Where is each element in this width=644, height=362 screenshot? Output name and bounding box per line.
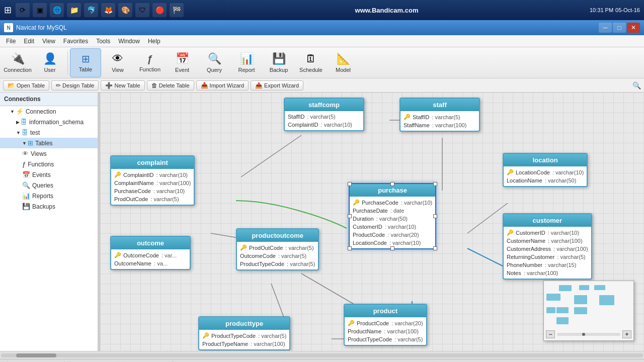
taskbar-icon-shield[interactable]: 🛡 (135, 3, 149, 17)
tool-function[interactable]: ƒ Function (134, 48, 166, 77)
actionbar: 📂 Open Table ✏ Design Table ➕ New Table … (0, 78, 644, 93)
er-table-producttype[interactable]: producttype 🔑ProductTypeCode : varchar(5… (198, 316, 290, 350)
backup-label: Backup (270, 67, 288, 73)
sidebar-item-connection[interactable]: ▼ ⚡ Connection (0, 106, 98, 117)
sidebar-item-views[interactable]: 👁 Views (0, 148, 98, 159)
search-icon[interactable]: 🔍 (632, 81, 641, 89)
resize-handle-bl[interactable] (348, 246, 352, 250)
er-table-complaint[interactable]: complaint 🔑ComplaintID : varchar(10) Com… (110, 155, 195, 206)
er-table-staffcomp[interactable]: staffcomp StaffID : varchar(5) Complaint… (284, 98, 364, 131)
sidebar-item-information-schema[interactable]: ▶ 🗄 information_schema (0, 117, 98, 127)
resize-handle-mr[interactable] (433, 214, 437, 218)
sidebar-item-reports[interactable]: 📊 Reports (0, 191, 98, 201)
er-table-product[interactable]: product 🔑ProductCode : varchar(20) Produ… (344, 304, 427, 346)
tool-backup[interactable]: 💾 Backup (263, 48, 294, 77)
taskbar-icon-folder[interactable]: 📁 (67, 3, 81, 17)
taskbar-icon-ie[interactable]: 🌐 (50, 3, 64, 17)
diagram-canvas[interactable]: staffcomp StaffID : varchar(5) Complaint… (100, 93, 644, 351)
menu-window[interactable]: Window (114, 37, 144, 46)
resize-handle-ml[interactable] (348, 214, 352, 218)
import-wizard-button[interactable]: 📥 Import Wizard (196, 80, 249, 90)
er-table-productoutcome[interactable]: productoutcome 🔑ProdOutCode : varchar(5)… (236, 228, 319, 270)
sidebar-item-events[interactable]: 📅 Events (0, 169, 98, 180)
open-table-button[interactable]: 📂 Open Table (3, 80, 49, 90)
table-row: ProductTypeCode : varchar(5) (237, 260, 318, 268)
maximize-button[interactable]: □ (613, 23, 626, 33)
queries-icon: 🔍 (22, 182, 30, 189)
taskbar-icon-flag[interactable]: 🏁 (170, 3, 184, 17)
table-row: ProductName : varchar(100) (345, 327, 426, 335)
zoom-slider-thumb[interactable] (582, 333, 585, 336)
design-table-button[interactable]: ✏ Design Table (51, 80, 99, 90)
tool-model[interactable]: 📐 Model (328, 48, 359, 77)
windows-start-icon[interactable]: ⊞ (4, 5, 12, 16)
tool-connection[interactable]: 🔌 Connection (2, 48, 33, 77)
connection-icon: 🔌 (11, 52, 25, 65)
export-wizard-button[interactable]: 📤 Export Wizard (251, 80, 303, 90)
er-table-location[interactable]: location 🔑LocationCode : varchar(10) Loc… (503, 153, 588, 187)
horizontal-scrollbar[interactable] (0, 351, 644, 359)
tool-user[interactable]: 👤 User (34, 48, 65, 77)
taskbar-icon-1[interactable]: ⟳ (16, 3, 30, 17)
functions-label: Functions (28, 161, 54, 168)
sidebar: Connections ▼ ⚡ Connection ▶ 🗄 informati… (0, 93, 98, 351)
sidebar-item-tables[interactable]: ▼ ⊞ Tables (0, 138, 98, 148)
tool-event[interactable]: 📅 Event (167, 48, 198, 77)
sidebar-item-backups[interactable]: 💾 Backups (0, 201, 98, 212)
taskbar-icon-red[interactable]: 🔴 (152, 3, 167, 17)
taskbar-icon-firefox[interactable]: 🦊 (101, 3, 115, 17)
tool-report[interactable]: 📊 Report (231, 48, 262, 77)
menu-edit[interactable]: Edit (20, 37, 38, 46)
resize-handle-tl[interactable] (348, 182, 352, 186)
customer-fields: 🔑CustomerID : varchar(10) CustomerName :… (504, 227, 591, 279)
menu-file[interactable]: File (2, 37, 20, 46)
taskbar-icon-dolphin[interactable]: 🐬 (84, 3, 98, 17)
menu-tools[interactable]: Tools (92, 37, 114, 46)
watermark-text: www.Bandicam.com (188, 7, 586, 14)
resize-handle-br[interactable] (433, 246, 437, 250)
database-icon-1: 🗄 (21, 118, 27, 126)
svg-line-2 (467, 203, 508, 233)
table-row: LocationCode : varchar(10) (350, 239, 435, 247)
table-row: OutcomeName : va... (111, 259, 190, 267)
mini-table-4 (546, 294, 560, 301)
menu-view[interactable]: View (38, 37, 59, 46)
taskbar-icon-paint[interactable]: 🎨 (118, 3, 132, 17)
main-layout: Connections ▼ ⚡ Connection ▶ 🗄 informati… (0, 93, 644, 351)
er-table-staff[interactable]: staff 🔑StaffID : varchar(5) StaffName : … (399, 98, 480, 132)
staff-fields: 🔑StaffID : varchar(5) StaffName : varcha… (400, 111, 479, 131)
outcome-header: outcome (111, 237, 190, 249)
sidebar-item-queries[interactable]: 🔍 Queries (0, 180, 98, 191)
design-table-icon: ✏ (56, 82, 61, 89)
table-row: ProductTypeName : varchar(100) (199, 340, 289, 348)
scroll-thumb[interactable] (16, 353, 56, 357)
resize-handle-bm[interactable] (390, 246, 394, 250)
new-table-icon: ➕ (105, 82, 113, 89)
menu-help[interactable]: Help (144, 37, 165, 46)
er-table-purchase[interactable]: purchase 🔑PurchaseCode : varchar(10) Pur… (349, 183, 436, 249)
close-button[interactable]: ✕ (627, 23, 640, 33)
table-row: ProductTypeCode : varchar(5) (345, 335, 426, 343)
resize-handle-tm[interactable] (390, 182, 394, 186)
resize-handle-tr[interactable] (433, 182, 437, 186)
taskbar-icon-2[interactable]: ▣ (33, 3, 47, 17)
app-icon: N (4, 23, 13, 32)
sidebar-item-functions[interactable]: ƒ Functions (0, 159, 98, 169)
tool-query[interactable]: 🔍 Query (199, 48, 230, 77)
tool-schedule[interactable]: 🗓 Schedule (295, 48, 327, 77)
tool-table[interactable]: ⊞ Table (70, 48, 101, 77)
delete-table-button[interactable]: 🗑 Delete Table (147, 80, 194, 90)
table-row: ComplaintID : varchar(10) (285, 121, 363, 129)
system-tray: 10:31 PM 05-Oct-16 (590, 7, 640, 13)
er-table-customer[interactable]: customer 🔑CustomerID : varchar(10) Custo… (503, 213, 592, 280)
design-table-label: Design Table (62, 82, 94, 88)
menu-favorites[interactable]: Favorites (59, 37, 92, 46)
er-table-outcome[interactable]: outcome 🔑OutcomeCode : var... OutcomeNam… (110, 236, 191, 270)
zoom-in-button[interactable]: + (622, 330, 631, 338)
minimize-button[interactable]: ─ (599, 23, 612, 33)
zoom-out-button[interactable]: − (546, 330, 555, 338)
sidebar-item-test[interactable]: ▼ 🗄 test (0, 127, 98, 138)
new-table-button[interactable]: ➕ New Table (101, 80, 144, 90)
tool-view[interactable]: 👁 View (102, 48, 133, 77)
report-label: Report (238, 67, 255, 73)
